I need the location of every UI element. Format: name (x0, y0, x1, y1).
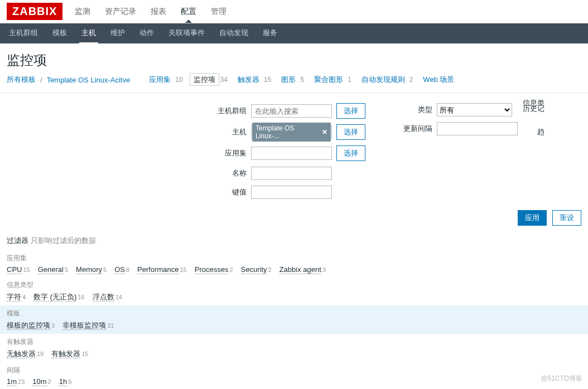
subfilter-opt-0-2[interactable]: Memory (76, 265, 102, 274)
tab-5[interactable]: 自动发现规则 (358, 73, 408, 86)
key-input[interactable] (251, 186, 332, 199)
appset-input[interactable] (251, 147, 332, 160)
tab-4[interactable]: 聚合图形 (311, 73, 346, 86)
history-label: 历史记 (505, 104, 544, 114)
subfilter-opt-0-6[interactable]: Security (241, 265, 267, 274)
host-chip[interactable]: Template OS Linux-... ✕ (252, 123, 331, 142)
filter-form: 主机群组 选择 主机 Template OS Linux-... ✕ 选择 应用… (201, 93, 588, 205)
main-nav-2[interactable]: 报表 (148, 1, 168, 22)
subfilter-opt-4-1[interactable]: 10m (32, 377, 46, 386)
subfilter-opt-1-2[interactable]: 浮点数 (93, 293, 114, 302)
subfilter-opt-3-1[interactable]: 有触发器 (51, 349, 80, 358)
subfilter-opt-0-1[interactable]: General (38, 265, 64, 274)
subfilter-opt-2-1[interactable]: 非模板监控项 (62, 321, 106, 330)
appset-label: 应用集 (208, 148, 247, 158)
subfilter-opt-0-0[interactable]: CPU (7, 265, 22, 274)
sub-nav-2[interactable]: 主机 (79, 23, 98, 44)
sub-nav-3[interactable]: 维护 (108, 23, 127, 44)
main-nav-4[interactable]: 管理 (209, 1, 229, 22)
subfilter-opt-3-0[interactable]: 无触发器 (7, 349, 36, 358)
host-group-label: 主机群组 (208, 106, 247, 116)
filter-actions: 应用 重设 (0, 205, 588, 231)
key-label: 键值 (208, 187, 247, 197)
subfilter-opt-0-3[interactable]: OS (114, 265, 125, 274)
subfilter-opt-1-1[interactable]: 数字 (无正负) (33, 293, 76, 302)
subfilter-0: 应用集CPU15General5Memory5OS8Performance15P… (0, 250, 588, 277)
sub-nav-4[interactable]: 动作 (137, 23, 156, 44)
breadcrumb-root[interactable]: 所有模板 (7, 75, 36, 85)
subfilter-4: 间隔1m2310m21h9 (0, 362, 588, 389)
host-label: 主机 (208, 127, 247, 137)
sub-nav: 主机群组模板主机维护动作关联项事件自动发现服务 (0, 23, 588, 43)
trend-label: 趋 (505, 127, 544, 137)
subfilter-opt-0-4[interactable]: Performance (137, 265, 179, 274)
remove-chip-icon[interactable]: ✕ (322, 128, 327, 136)
sub-nav-0[interactable]: 主机群组 (7, 23, 40, 44)
apply-button[interactable]: 应用 (518, 210, 547, 226)
tab-2[interactable]: 触发器 (234, 73, 263, 86)
name-input[interactable] (251, 167, 332, 180)
host-select-button[interactable]: 选择 (336, 124, 365, 140)
tab-0[interactable]: 应用集 (146, 73, 174, 86)
subfilter-opt-4-2[interactable]: 1h (59, 377, 67, 386)
sub-nav-7[interactable]: 服务 (261, 23, 279, 44)
breadcrumb-sep: / (40, 76, 42, 84)
reset-button[interactable]: 重设 (552, 210, 581, 226)
main-header: ZABBIX 监测资产记录报表配置管理 (0, 0, 588, 23)
tab-1[interactable]: 监控项 (190, 73, 219, 86)
host-group-input[interactable] (251, 104, 332, 118)
subfilter-opt-0-7[interactable]: Zabbix agent (279, 265, 321, 274)
main-nav-1[interactable]: 资产记录 (103, 1, 138, 22)
page-title: 监控项 (0, 43, 588, 75)
tab-6[interactable]: Web 场景 (420, 73, 457, 86)
subfilter-opt-1-0[interactable]: 字符 (7, 293, 21, 302)
subfilter-header: 过滤器 只影响过滤后的数据 (0, 231, 588, 250)
update-interval-label: 更新间隔 (399, 124, 432, 134)
breadcrumb: 所有模板 / Template OS Linux-Acitve 应用集10监控项… (0, 75, 588, 93)
subfilter-3: 有触发器无触发器19有触发器15 (0, 334, 588, 362)
host-group-select-button[interactable]: 选择 (336, 103, 365, 119)
subfilter-2: 模板模板的监控项3非模板监控项31 (0, 305, 588, 334)
subfilter-opt-4-0[interactable]: 1m (7, 377, 17, 386)
main-nav-0[interactable]: 监测 (73, 1, 93, 22)
subfilter-1: 信息类型字符4数字 (无正负)16浮点数14 (0, 277, 588, 305)
logo[interactable]: ZABBIX (7, 3, 62, 20)
type-select[interactable]: 所有 (437, 103, 512, 116)
name-label: 名称 (208, 168, 247, 178)
sub-nav-1[interactable]: 模板 (50, 23, 69, 44)
subfilter-opt-0-5[interactable]: Processes (195, 265, 229, 274)
appset-select-button[interactable]: 选择 (336, 145, 365, 161)
sub-nav-5[interactable]: 关联项事件 (166, 23, 207, 44)
subfilter-opt-2-0[interactable]: 模板的监控项 (7, 321, 50, 330)
watermark: @51CTO博客 (541, 374, 582, 383)
main-nav-3[interactable]: 配置 (179, 1, 199, 22)
type-label: 类型 (399, 105, 432, 115)
main-nav: 监测资产记录报表配置管理 (73, 1, 229, 22)
breadcrumb-template[interactable]: Template OS Linux-Acitve (47, 76, 131, 84)
tab-3[interactable]: 图形 (278, 73, 299, 86)
sub-nav-6[interactable]: 自动发现 (217, 23, 250, 44)
